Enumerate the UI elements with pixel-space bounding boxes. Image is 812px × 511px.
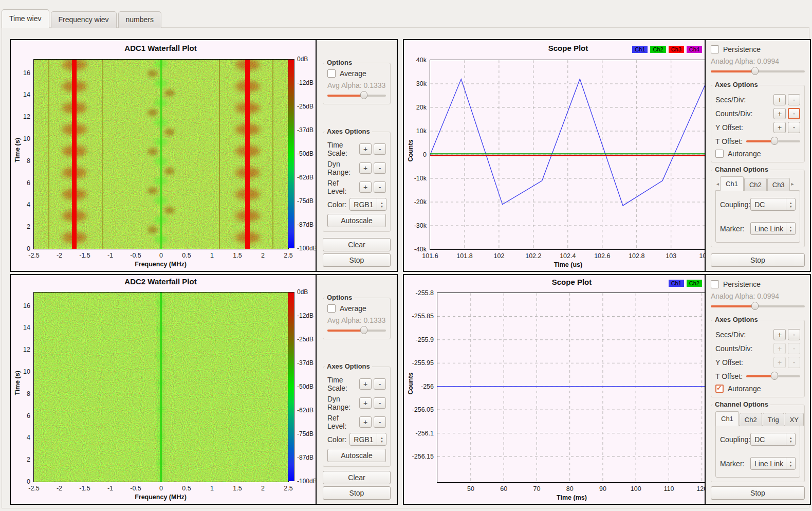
tab-numbers[interactable]: numbers: [118, 11, 161, 28]
ref-level-minus-button[interactable]: -: [374, 181, 386, 193]
secs-div-minus-button[interactable]: -: [788, 329, 800, 340]
coupling-spinner[interactable]: DC ▴▾: [750, 198, 796, 211]
y-offset-minus-button[interactable]: -: [788, 122, 800, 133]
adc1-plot-zone: ADC1 Waterfall Plot Time (s): [11, 40, 317, 271]
clear-button[interactable]: Clear: [323, 471, 391, 484]
dyn-range-minus-button[interactable]: -: [374, 397, 386, 409]
spinner-arrows-icon[interactable]: ▴▾: [786, 198, 795, 210]
color-spinner[interactable]: RGB1 ▴▾: [349, 198, 386, 211]
y-offset-minus-button[interactable]: -: [788, 357, 800, 368]
slider-handle[interactable]: [751, 67, 759, 75]
analog-alpha-value: Analog Alpha: 0.0994: [711, 292, 805, 300]
colorbar-tick-label: -100dB: [297, 245, 317, 252]
x-tick-label: 2: [261, 252, 265, 259]
spinner-arrows-icon[interactable]: ▴▾: [786, 458, 795, 469]
channel-tab-trig[interactable]: Trig: [763, 413, 784, 426]
avg-alpha-slider[interactable]: [327, 91, 386, 100]
counts-div-plus-button[interactable]: +: [773, 343, 786, 354]
marker-spinner[interactable]: Line Link ▴▾: [750, 457, 796, 470]
scope2-canvas[interactable]: 5060708090100110120-255.8-255.85-255.9-2…: [437, 293, 707, 483]
spinner-arrows-icon[interactable]: ▴▾: [786, 223, 795, 234]
channel-tab-ch1[interactable]: Ch1: [715, 411, 739, 426]
colorbar-tick-label: -50dB: [297, 383, 313, 390]
tab-frequency-wiev[interactable]: Frequency wiev: [51, 11, 117, 28]
y-tick-label: 10: [23, 135, 30, 142]
y-tick-label: 6: [27, 412, 30, 419]
y-tick-label: 2: [27, 456, 30, 463]
clear-button[interactable]: Clear: [323, 238, 391, 251]
scope1-canvas[interactable]: 101.6101.8102102.2102.4102.6102.8103103.…: [430, 60, 707, 250]
tab-scroll-left-icon[interactable]: ◂: [715, 181, 720, 191]
average-checkbox[interactable]: [327, 69, 336, 78]
counts-div-plus-button[interactable]: +: [773, 108, 786, 119]
t-offset-slider[interactable]: [746, 372, 800, 380]
slider-handle[interactable]: [751, 302, 759, 310]
y-tick-label: 20k: [416, 104, 427, 111]
color-spinner[interactable]: RGB1 ▴▾: [349, 433, 386, 446]
secs-div-minus-button[interactable]: -: [788, 94, 800, 105]
adc1-waterfall-heatmap[interactable]: -2.5-2-1.5-1-0.500.511.522.5161412108642…: [33, 59, 289, 249]
time-scale-plus-button[interactable]: +: [359, 143, 372, 155]
spinner-arrows-icon[interactable]: ▴▾: [377, 198, 386, 210]
dyn-range-label: Dyn Range:: [327, 160, 357, 176]
channel-tab-ch3[interactable]: Ch3: [767, 178, 790, 191]
average-checkbox[interactable]: [327, 304, 336, 313]
stop-button[interactable]: Stop: [323, 486, 391, 500]
stop-button[interactable]: Stop: [711, 253, 805, 267]
persistence-checkbox[interactable]: [711, 45, 719, 53]
adc2-waterfall-heatmap[interactable]: -2.5-2-1.5-1-0.500.511.522.5161412108642…: [33, 292, 289, 482]
x-tick-label: 0: [159, 252, 163, 259]
dyn-range-minus-button[interactable]: -: [374, 162, 386, 174]
dyn-range-plus-button[interactable]: +: [359, 162, 372, 174]
counts-div-minus-button[interactable]: -: [788, 108, 800, 119]
autorange-checkbox[interactable]: [715, 385, 724, 393]
channel-legend: Ch1Ch2: [437, 280, 707, 287]
ref-level-minus-button[interactable]: -: [374, 416, 386, 428]
channel-tab-xy[interactable]: XY: [785, 413, 804, 426]
slider-handle[interactable]: [360, 91, 367, 99]
analog-alpha-slider[interactable]: [711, 302, 805, 311]
autoscale-button[interactable]: Autoscale: [327, 449, 386, 462]
channel-badge-ch1: Ch1: [669, 280, 684, 287]
stop-button[interactable]: Stop: [711, 486, 805, 500]
slider-handle[interactable]: [360, 326, 367, 334]
coupling-spinner[interactable]: DC ▴▾: [750, 433, 796, 446]
ref-level-plus-button[interactable]: +: [359, 181, 372, 193]
y-offset-plus-button[interactable]: +: [773, 122, 786, 133]
channel-tab-ch2[interactable]: Ch2: [744, 178, 767, 191]
x-tick-label: 0.5: [182, 252, 191, 259]
options-group: Options Average Avg Alpha: 0.1333: [323, 63, 391, 104]
secs-div-plus-button[interactable]: +: [773, 94, 786, 105]
x-tick-label: 102.6: [594, 252, 610, 260]
t-offset-slider[interactable]: [746, 137, 800, 145]
colorbar-tick-label: -87dB: [297, 454, 313, 461]
avg-alpha-slider[interactable]: [327, 326, 386, 335]
counts-div-minus-button[interactable]: -: [788, 343, 800, 354]
persistence-label: Persistence: [723, 45, 761, 53]
spinner-arrows-icon[interactable]: ▴▾: [786, 433, 795, 445]
autoscale-button[interactable]: Autoscale: [327, 214, 386, 227]
time-scale-minus-button[interactable]: -: [374, 378, 386, 390]
ref-level-plus-button[interactable]: +: [359, 416, 372, 428]
page-title: ADC1 Waterfall Plot: [33, 44, 288, 52]
colorbar-tick-label: -25dB: [297, 336, 313, 343]
persistence-checkbox[interactable]: [711, 280, 719, 288]
y-offset-plus-button[interactable]: +: [773, 357, 786, 368]
dyn-range-label: Dyn Range:: [327, 395, 357, 411]
secs-div-plus-button[interactable]: +: [773, 329, 786, 340]
time-scale-minus-button[interactable]: -: [374, 143, 386, 155]
tab-time-wiev[interactable]: Time wiev: [2, 9, 49, 28]
stop-button[interactable]: Stop: [323, 253, 391, 267]
y-axis-label: Time (s): [14, 362, 22, 404]
channel-tab-ch2[interactable]: Ch2: [740, 413, 762, 426]
dyn-range-plus-button[interactable]: +: [359, 397, 372, 409]
analog-alpha-slider[interactable]: [711, 67, 805, 76]
time-scale-plus-button[interactable]: +: [359, 378, 372, 390]
slider-handle[interactable]: [771, 372, 778, 380]
channel-tab-ch1[interactable]: Ch1: [720, 176, 744, 191]
slider-handle[interactable]: [771, 137, 778, 145]
autorange-checkbox[interactable]: [715, 150, 724, 158]
spinner-arrows-icon[interactable]: ▴▾: [377, 433, 386, 445]
tab-scroll-right-icon[interactable]: ▸: [790, 181, 795, 191]
marker-spinner[interactable]: Line Link ▴▾: [750, 222, 796, 235]
